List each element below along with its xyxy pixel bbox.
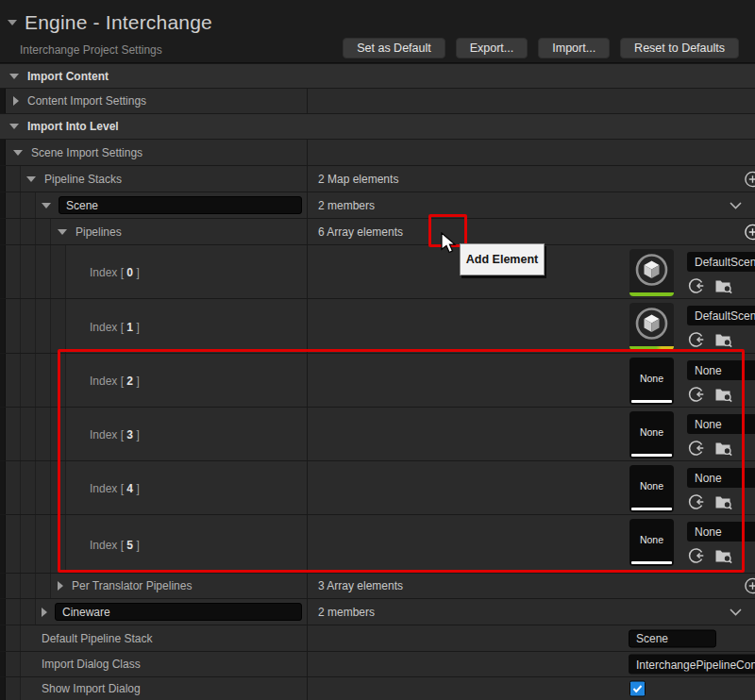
asset-thumbnail-none[interactable]: None bbox=[629, 519, 674, 566]
asset-thumbnail[interactable] bbox=[629, 303, 674, 350]
asset-thumbnail-none[interactable]: None bbox=[629, 358, 674, 405]
collapse-arrow-icon[interactable] bbox=[13, 150, 23, 156]
property-label: Import Dialog Class bbox=[42, 658, 141, 671]
pipeline-class-dropdown[interactable]: DefaultSceneLevelPipeline bbox=[687, 306, 755, 325]
index-label-close: ] bbox=[133, 539, 140, 552]
expand-arrow-icon[interactable] bbox=[58, 581, 63, 591]
export-button[interactable]: Export... bbox=[456, 38, 528, 58]
dropdown-value: InterchangePipelineConfigurationGeneric bbox=[636, 658, 755, 671]
import-dialog-class-dropdown[interactable]: InterchangePipelineConfigurationGeneric bbox=[629, 655, 755, 675]
indent-rails bbox=[0, 354, 66, 407]
asset-color-bar bbox=[631, 454, 672, 457]
row-pipeline-element-5: Index [ 5 ] None None bbox=[0, 514, 755, 573]
dropdown-value: DefaultSceneAs bbox=[695, 256, 755, 269]
dropdown-value: None bbox=[695, 418, 722, 431]
browse-to-asset-icon[interactable] bbox=[714, 386, 733, 403]
members-count: 2 members bbox=[318, 606, 375, 619]
project-settings-panel: Engine - Interchange Interchange Project… bbox=[0, 0, 755, 700]
asset-color-bar bbox=[631, 508, 672, 510]
row-pipeline-element-0: Index [ 0 ] DefaultSceneAs bbox=[0, 244, 755, 298]
indent-rails bbox=[0, 166, 21, 192]
row-scene-stack: 2 members bbox=[0, 192, 755, 218]
collapse-arrow-icon[interactable] bbox=[9, 124, 19, 129]
category-import-into-level[interactable]: Import Into Level bbox=[0, 113, 755, 139]
row-show-import-dialog: Show Import Dialog bbox=[0, 676, 755, 700]
category-label: Import Content bbox=[27, 70, 109, 83]
pipeline-class-dropdown[interactable]: None bbox=[687, 414, 755, 434]
section-collapse-icon[interactable] bbox=[8, 20, 17, 25]
asset-thumbnail-none[interactable]: None bbox=[629, 465, 674, 512]
browse-to-asset-icon[interactable] bbox=[714, 493, 733, 510]
show-import-dialog-checkbox[interactable] bbox=[629, 681, 646, 697]
dropdown-value: DefaultSceneLevelPipeline bbox=[695, 309, 755, 323]
default-pipeline-stack-input[interactable] bbox=[629, 629, 716, 647]
pipeline-class-dropdown[interactable]: None bbox=[687, 360, 755, 380]
thumbnail-label: None bbox=[629, 534, 674, 545]
row-pipeline-element-3: Index [ 3 ] None None bbox=[0, 407, 755, 460]
browse-to-asset-icon[interactable] bbox=[714, 440, 733, 457]
row-import-dialog-class: Import Dialog Class InterchangePipelineC… bbox=[0, 651, 755, 676]
browse-to-asset-icon[interactable] bbox=[714, 277, 733, 294]
collapse-arrow-icon[interactable] bbox=[26, 176, 36, 182]
set-as-default-button[interactable]: Set as Default bbox=[343, 38, 445, 58]
page-subtitle: Interchange Project Settings bbox=[20, 43, 162, 57]
use-selected-asset-icon[interactable] bbox=[688, 331, 705, 348]
chevron-down-icon[interactable] bbox=[730, 608, 742, 616]
collapse-arrow-icon[interactable] bbox=[58, 229, 67, 235]
use-selected-asset-icon[interactable] bbox=[688, 277, 705, 294]
dropdown-value: None bbox=[695, 364, 722, 377]
property-label: Per Translator Pipelines bbox=[72, 579, 192, 592]
use-selected-asset-icon[interactable] bbox=[688, 547, 705, 564]
row-pipeline-stacks: Pipeline Stacks 2 Map elements bbox=[0, 165, 755, 192]
row-content-import-settings: Content Import Settings bbox=[0, 88, 755, 113]
indent-rails bbox=[0, 219, 51, 244]
expand-arrow-icon[interactable] bbox=[42, 608, 47, 617]
tooltip: Add Element bbox=[460, 243, 545, 275]
thumbnail-label: None bbox=[629, 480, 674, 492]
chevron-down-icon[interactable] bbox=[730, 202, 742, 209]
indent-rails bbox=[0, 192, 36, 218]
index-label: Index [ bbox=[90, 482, 126, 495]
stack-name-input[interactable] bbox=[55, 603, 302, 621]
stack-name-input[interactable] bbox=[59, 196, 302, 214]
row-pipeline-element-1: Index [ 1 ] DefaultSceneLevelPipeline bbox=[0, 298, 755, 353]
members-count: 2 members bbox=[318, 199, 375, 212]
asset-color-bar bbox=[629, 292, 674, 296]
index-label-close: ] bbox=[133, 482, 140, 495]
category-label: Import Into Level bbox=[27, 120, 119, 133]
index-label: Index [ bbox=[90, 375, 126, 388]
collapse-arrow-icon[interactable] bbox=[9, 74, 19, 79]
array-elements-count: 3 Array elements bbox=[318, 579, 403, 592]
indent-rails bbox=[0, 574, 51, 598]
reset-to-defaults-button[interactable]: Reset to Defaults bbox=[620, 38, 739, 58]
toolbar: Set as Default Export... Import... Reset… bbox=[343, 38, 739, 58]
dropdown-value: None bbox=[695, 472, 722, 485]
category-import-content[interactable]: Import Content bbox=[0, 63, 755, 88]
collapse-arrow-icon[interactable] bbox=[42, 203, 51, 208]
pipeline-class-dropdown[interactable]: DefaultSceneAs bbox=[687, 252, 755, 272]
add-element-icon[interactable] bbox=[744, 170, 755, 188]
pipeline-class-dropdown[interactable]: None bbox=[687, 468, 755, 488]
index-label: Index [ bbox=[90, 539, 126, 552]
browse-to-asset-icon[interactable] bbox=[714, 331, 733, 348]
indent-rails bbox=[0, 299, 66, 353]
use-selected-asset-icon[interactable] bbox=[688, 493, 705, 510]
index-label-close: ] bbox=[133, 375, 140, 388]
row-scene-import-settings: Scene Import Settings bbox=[0, 139, 755, 165]
index-label: Index [ bbox=[90, 428, 126, 442]
thumbnail-label: None bbox=[629, 426, 674, 438]
index-label: Index [ bbox=[90, 266, 126, 279]
row-cineware-stack: 2 members bbox=[0, 598, 755, 625]
asset-thumbnail[interactable] bbox=[629, 249, 674, 296]
use-selected-asset-icon[interactable] bbox=[688, 440, 705, 457]
expand-arrow-icon[interactable] bbox=[13, 96, 19, 106]
pipeline-class-dropdown[interactable]: None bbox=[687, 522, 755, 542]
add-element-icon[interactable] bbox=[744, 577, 755, 595]
use-selected-asset-icon[interactable] bbox=[688, 386, 705, 403]
indent-rails bbox=[0, 461, 66, 514]
asset-thumbnail-none[interactable]: None bbox=[629, 411, 674, 458]
import-button[interactable]: Import... bbox=[538, 38, 610, 58]
add-element-icon[interactable] bbox=[744, 223, 755, 241]
browse-to-asset-icon[interactable] bbox=[714, 547, 733, 564]
array-elements-count: 6 Array elements bbox=[318, 225, 403, 239]
